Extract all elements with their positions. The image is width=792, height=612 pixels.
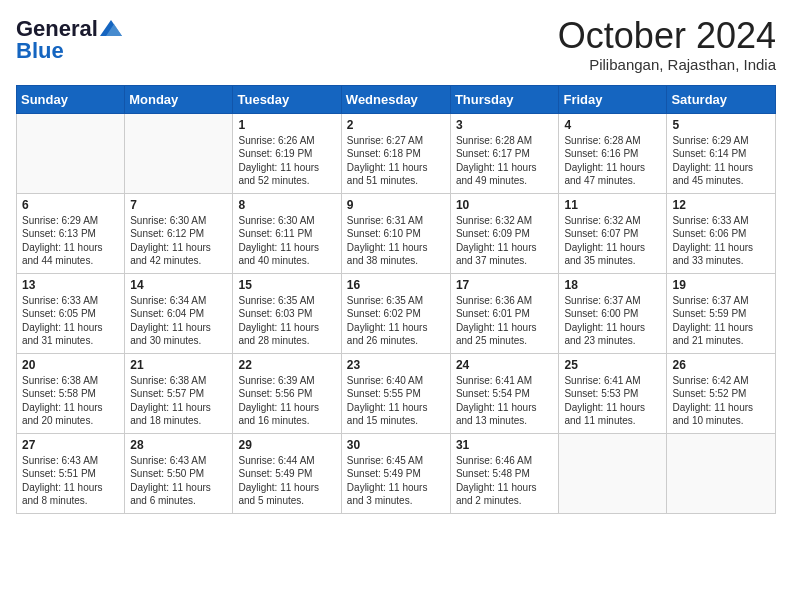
calendar-cell: 15Sunrise: 6:35 AM Sunset: 6:03 PM Dayli… bbox=[233, 273, 341, 353]
day-info: Sunrise: 6:43 AM Sunset: 5:50 PM Dayligh… bbox=[130, 454, 227, 508]
day-info: Sunrise: 6:44 AM Sunset: 5:49 PM Dayligh… bbox=[238, 454, 335, 508]
day-number: 12 bbox=[672, 198, 770, 212]
day-number: 27 bbox=[22, 438, 119, 452]
day-info: Sunrise: 6:35 AM Sunset: 6:02 PM Dayligh… bbox=[347, 294, 445, 348]
day-info: Sunrise: 6:33 AM Sunset: 6:06 PM Dayligh… bbox=[672, 214, 770, 268]
calendar-cell: 6Sunrise: 6:29 AM Sunset: 6:13 PM Daylig… bbox=[17, 193, 125, 273]
calendar-cell: 22Sunrise: 6:39 AM Sunset: 5:56 PM Dayli… bbox=[233, 353, 341, 433]
calendar-cell bbox=[559, 433, 667, 513]
calendar-cell: 12Sunrise: 6:33 AM Sunset: 6:06 PM Dayli… bbox=[667, 193, 776, 273]
location: Pilibangan, Rajasthan, India bbox=[558, 56, 776, 73]
day-info: Sunrise: 6:35 AM Sunset: 6:03 PM Dayligh… bbox=[238, 294, 335, 348]
day-number: 22 bbox=[238, 358, 335, 372]
day-info: Sunrise: 6:41 AM Sunset: 5:54 PM Dayligh… bbox=[456, 374, 554, 428]
day-info: Sunrise: 6:45 AM Sunset: 5:49 PM Dayligh… bbox=[347, 454, 445, 508]
calendar-cell: 27Sunrise: 6:43 AM Sunset: 5:51 PM Dayli… bbox=[17, 433, 125, 513]
day-info: Sunrise: 6:38 AM Sunset: 5:58 PM Dayligh… bbox=[22, 374, 119, 428]
day-number: 24 bbox=[456, 358, 554, 372]
day-number: 2 bbox=[347, 118, 445, 132]
day-number: 11 bbox=[564, 198, 661, 212]
day-number: 30 bbox=[347, 438, 445, 452]
day-number: 15 bbox=[238, 278, 335, 292]
calendar-cell: 7Sunrise: 6:30 AM Sunset: 6:12 PM Daylig… bbox=[125, 193, 233, 273]
calendar-week-5: 27Sunrise: 6:43 AM Sunset: 5:51 PM Dayli… bbox=[17, 433, 776, 513]
day-info: Sunrise: 6:30 AM Sunset: 6:12 PM Dayligh… bbox=[130, 214, 227, 268]
calendar-cell: 3Sunrise: 6:28 AM Sunset: 6:17 PM Daylig… bbox=[450, 113, 559, 193]
day-info: Sunrise: 6:26 AM Sunset: 6:19 PM Dayligh… bbox=[238, 134, 335, 188]
calendar-cell: 4Sunrise: 6:28 AM Sunset: 6:16 PM Daylig… bbox=[559, 113, 667, 193]
day-number: 14 bbox=[130, 278, 227, 292]
day-number: 31 bbox=[456, 438, 554, 452]
calendar-cell: 26Sunrise: 6:42 AM Sunset: 5:52 PM Dayli… bbox=[667, 353, 776, 433]
calendar-cell: 17Sunrise: 6:36 AM Sunset: 6:01 PM Dayli… bbox=[450, 273, 559, 353]
day-number: 13 bbox=[22, 278, 119, 292]
day-number: 9 bbox=[347, 198, 445, 212]
day-info: Sunrise: 6:28 AM Sunset: 6:17 PM Dayligh… bbox=[456, 134, 554, 188]
day-info: Sunrise: 6:32 AM Sunset: 6:09 PM Dayligh… bbox=[456, 214, 554, 268]
calendar-cell: 20Sunrise: 6:38 AM Sunset: 5:58 PM Dayli… bbox=[17, 353, 125, 433]
calendar-header-tuesday: Tuesday bbox=[233, 85, 341, 113]
day-info: Sunrise: 6:37 AM Sunset: 5:59 PM Dayligh… bbox=[672, 294, 770, 348]
day-number: 17 bbox=[456, 278, 554, 292]
day-info: Sunrise: 6:31 AM Sunset: 6:10 PM Dayligh… bbox=[347, 214, 445, 268]
day-info: Sunrise: 6:41 AM Sunset: 5:53 PM Dayligh… bbox=[564, 374, 661, 428]
day-number: 19 bbox=[672, 278, 770, 292]
day-number: 18 bbox=[564, 278, 661, 292]
calendar-header-saturday: Saturday bbox=[667, 85, 776, 113]
day-info: Sunrise: 6:40 AM Sunset: 5:55 PM Dayligh… bbox=[347, 374, 445, 428]
day-number: 10 bbox=[456, 198, 554, 212]
day-number: 26 bbox=[672, 358, 770, 372]
calendar-table: SundayMondayTuesdayWednesdayThursdayFrid… bbox=[16, 85, 776, 514]
calendar-cell: 8Sunrise: 6:30 AM Sunset: 6:11 PM Daylig… bbox=[233, 193, 341, 273]
day-number: 23 bbox=[347, 358, 445, 372]
day-number: 16 bbox=[347, 278, 445, 292]
calendar-header-thursday: Thursday bbox=[450, 85, 559, 113]
calendar-cell: 13Sunrise: 6:33 AM Sunset: 6:05 PM Dayli… bbox=[17, 273, 125, 353]
calendar-week-2: 6Sunrise: 6:29 AM Sunset: 6:13 PM Daylig… bbox=[17, 193, 776, 273]
day-info: Sunrise: 6:29 AM Sunset: 6:14 PM Dayligh… bbox=[672, 134, 770, 188]
day-info: Sunrise: 6:46 AM Sunset: 5:48 PM Dayligh… bbox=[456, 454, 554, 508]
calendar-cell: 28Sunrise: 6:43 AM Sunset: 5:50 PM Dayli… bbox=[125, 433, 233, 513]
day-number: 7 bbox=[130, 198, 227, 212]
calendar-cell: 31Sunrise: 6:46 AM Sunset: 5:48 PM Dayli… bbox=[450, 433, 559, 513]
calendar-week-4: 20Sunrise: 6:38 AM Sunset: 5:58 PM Dayli… bbox=[17, 353, 776, 433]
calendar-cell: 9Sunrise: 6:31 AM Sunset: 6:10 PM Daylig… bbox=[341, 193, 450, 273]
title-block: October 2024 Pilibangan, Rajasthan, Indi… bbox=[558, 16, 776, 73]
calendar-header-row: SundayMondayTuesdayWednesdayThursdayFrid… bbox=[17, 85, 776, 113]
calendar-header-monday: Monday bbox=[125, 85, 233, 113]
day-number: 29 bbox=[238, 438, 335, 452]
day-info: Sunrise: 6:42 AM Sunset: 5:52 PM Dayligh… bbox=[672, 374, 770, 428]
day-info: Sunrise: 6:33 AM Sunset: 6:05 PM Dayligh… bbox=[22, 294, 119, 348]
day-info: Sunrise: 6:27 AM Sunset: 6:18 PM Dayligh… bbox=[347, 134, 445, 188]
calendar-cell: 25Sunrise: 6:41 AM Sunset: 5:53 PM Dayli… bbox=[559, 353, 667, 433]
calendar-header-sunday: Sunday bbox=[17, 85, 125, 113]
calendar-cell: 24Sunrise: 6:41 AM Sunset: 5:54 PM Dayli… bbox=[450, 353, 559, 433]
calendar-cell bbox=[125, 113, 233, 193]
calendar-cell: 5Sunrise: 6:29 AM Sunset: 6:14 PM Daylig… bbox=[667, 113, 776, 193]
logo-icon bbox=[100, 20, 122, 36]
calendar-cell: 21Sunrise: 6:38 AM Sunset: 5:57 PM Dayli… bbox=[125, 353, 233, 433]
day-info: Sunrise: 6:32 AM Sunset: 6:07 PM Dayligh… bbox=[564, 214, 661, 268]
month-title: October 2024 bbox=[558, 16, 776, 56]
calendar-cell: 19Sunrise: 6:37 AM Sunset: 5:59 PM Dayli… bbox=[667, 273, 776, 353]
calendar-header-friday: Friday bbox=[559, 85, 667, 113]
calendar-header-wednesday: Wednesday bbox=[341, 85, 450, 113]
day-number: 8 bbox=[238, 198, 335, 212]
calendar-cell: 14Sunrise: 6:34 AM Sunset: 6:04 PM Dayli… bbox=[125, 273, 233, 353]
calendar-cell: 2Sunrise: 6:27 AM Sunset: 6:18 PM Daylig… bbox=[341, 113, 450, 193]
calendar-cell: 23Sunrise: 6:40 AM Sunset: 5:55 PM Dayli… bbox=[341, 353, 450, 433]
day-info: Sunrise: 6:34 AM Sunset: 6:04 PM Dayligh… bbox=[130, 294, 227, 348]
calendar-week-3: 13Sunrise: 6:33 AM Sunset: 6:05 PM Dayli… bbox=[17, 273, 776, 353]
calendar-cell: 16Sunrise: 6:35 AM Sunset: 6:02 PM Dayli… bbox=[341, 273, 450, 353]
day-number: 1 bbox=[238, 118, 335, 132]
calendar-week-1: 1Sunrise: 6:26 AM Sunset: 6:19 PM Daylig… bbox=[17, 113, 776, 193]
day-number: 5 bbox=[672, 118, 770, 132]
day-info: Sunrise: 6:37 AM Sunset: 6:00 PM Dayligh… bbox=[564, 294, 661, 348]
day-number: 28 bbox=[130, 438, 227, 452]
day-info: Sunrise: 6:38 AM Sunset: 5:57 PM Dayligh… bbox=[130, 374, 227, 428]
day-number: 25 bbox=[564, 358, 661, 372]
day-number: 21 bbox=[130, 358, 227, 372]
calendar-cell: 29Sunrise: 6:44 AM Sunset: 5:49 PM Dayli… bbox=[233, 433, 341, 513]
day-info: Sunrise: 6:39 AM Sunset: 5:56 PM Dayligh… bbox=[238, 374, 335, 428]
calendar-cell: 18Sunrise: 6:37 AM Sunset: 6:00 PM Dayli… bbox=[559, 273, 667, 353]
